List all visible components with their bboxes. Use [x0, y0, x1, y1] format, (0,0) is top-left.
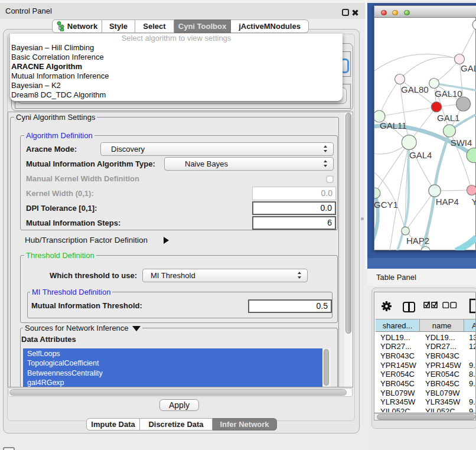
svg-text:GAL1: GAL1 [437, 113, 459, 123]
svg-text:SWI4: SWI4 [451, 138, 472, 148]
svg-text:GAL10: GAL10 [435, 89, 462, 99]
svg-text:GAL11: GAL11 [380, 120, 407, 131]
svg-text:HAP4: HAP4 [436, 197, 459, 207]
svg-text:GAL: GAL [461, 63, 476, 73]
svg-text:GCY1: GCY1 [374, 200, 398, 210]
svg-text:Y: Y [472, 197, 476, 207]
svg-text:GAL80: GAL80 [401, 84, 429, 94]
svg-text:HAP2: HAP2 [406, 236, 429, 246]
svg-text:GAL4: GAL4 [409, 150, 432, 160]
